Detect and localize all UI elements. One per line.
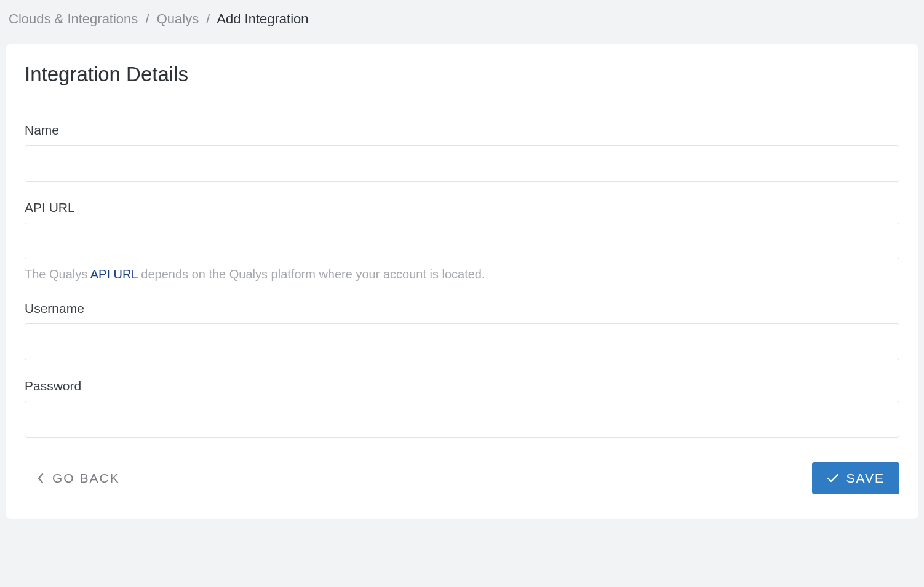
go-back-label: GO BACK [52,471,120,486]
check-icon [827,473,839,483]
name-input[interactable] [25,145,899,182]
username-input[interactable] [25,323,899,360]
help-text-prefix: The Qualys [25,267,90,281]
save-label: SAVE [846,471,885,486]
api-url-label: API URL [25,200,899,215]
form-group-api-url: API URL The Qualys API URL depends on th… [25,200,899,283]
username-label: Username [25,301,899,316]
breadcrumb-link-qualys[interactable]: Qualys [157,11,199,26]
api-url-help-text: The Qualys API URL depends on the Qualys… [25,266,899,283]
save-button[interactable]: SAVE [812,462,899,494]
page-title: Integration Details [25,63,899,86]
password-label: Password [25,379,899,393]
api-url-input[interactable] [25,223,899,259]
api-url-help-link[interactable]: API URL [90,267,138,281]
breadcrumb: Clouds & Integrations / Qualys / Add Int… [0,0,924,38]
chevron-left-icon [37,473,44,484]
go-back-button[interactable]: GO BACK [25,465,132,492]
form-group-name: Name [25,123,899,182]
name-label: Name [25,123,899,138]
integration-card: Integration Details Name API URL The Qua… [6,44,918,519]
breadcrumb-separator: / [206,11,210,26]
breadcrumb-separator: / [145,11,149,26]
password-input[interactable] [25,401,899,438]
breadcrumb-current: Add Integration [217,11,308,26]
breadcrumb-link-clouds-integrations[interactable]: Clouds & Integrations [9,11,138,26]
form-group-username: Username [25,301,899,360]
help-text-suffix: depends on the Qualys platform where you… [138,267,485,281]
form-group-password: Password [25,379,899,438]
button-row: GO BACK SAVE [25,462,899,494]
